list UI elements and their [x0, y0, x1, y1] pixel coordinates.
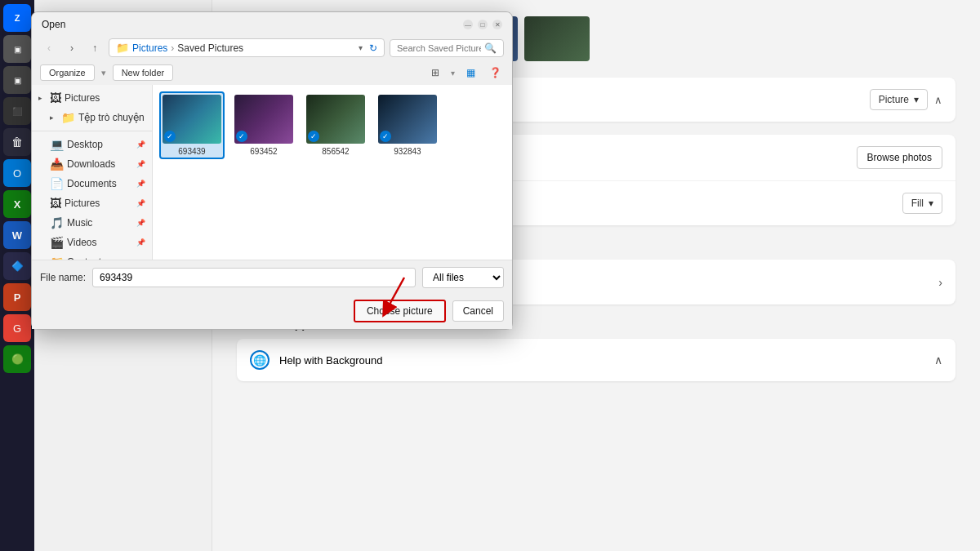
taskbar-icon-zalo[interactable]: Z — [3, 4, 31, 32]
tree-documents-label: Documents — [67, 178, 117, 189]
view-toggle-button[interactable]: ⊞ — [426, 64, 444, 82]
filename-label: File name: — [40, 272, 86, 283]
contrast-themes-chevron-icon: › — [938, 276, 942, 289]
open-file-dialog: Open — □ ✕ ‹ › ↑ 📁 Pictures › Saved Pict… — [31, 11, 513, 330]
choose-photo-value: Browse photos — [857, 146, 942, 169]
background-type-dropdown[interactable]: Picture ▾ — [870, 89, 928, 110]
choose-picture-button[interactable]: Choose picture — [354, 300, 446, 322]
close-button[interactable]: ✕ — [492, 20, 502, 29]
folder-icon: 📁 — [116, 42, 129, 54]
tree-documents-pin-icon: 📌 — [136, 180, 145, 188]
taskbar: Z ▣ ▣ ⬛ 🗑 O X W 🔷 P G 🟢 — [0, 0, 34, 551]
tree-pictures-icon: 🖼 — [50, 197, 61, 210]
path-dropdown-icon[interactable]: ▾ — [359, 43, 363, 52]
file-selected-badge-693439: ✓ — [164, 131, 176, 142]
tree-expand-arrow: ▸ — [38, 94, 47, 102]
tree-videos-label: Videos — [67, 237, 96, 248]
file-name-856542: 856542 — [322, 147, 349, 156]
dialog-titlebar: Open — □ ✕ — [32, 12, 512, 35]
search-bar: 🔍 — [390, 39, 504, 57]
taskbar-icon-app[interactable]: 🔷 — [3, 252, 31, 280]
tree-item-tep[interactable]: ▸ 📁 Tệp trò chuyện — [32, 108, 152, 127]
file-item-932843[interactable]: ✓ 932843 — [375, 91, 440, 159]
tree-tep-expand-arrow: ▸ — [50, 113, 58, 122]
taskbar-icon-outlook[interactable]: O — [3, 159, 31, 187]
dialog-bottombar: File name: All files Image files JPEG PN… — [32, 260, 512, 295]
tree-pictures-root-icon: 🖼 — [50, 91, 61, 104]
file-item-693452[interactable]: ✓ 693452 — [231, 91, 296, 159]
organize-button[interactable]: Organize — [40, 64, 95, 81]
taskbar-icon-unknown3[interactable]: ⬛ — [3, 97, 31, 125]
dialog-title: Open — [42, 19, 65, 30]
tree-videos-pin-icon: 📌 — [136, 238, 145, 247]
tree-downloads-icon: 📥 — [50, 158, 64, 171]
choose-fit-dropdown-value: Fill — [911, 198, 924, 209]
taskbar-icon-app2[interactable]: 🟢 — [3, 345, 31, 373]
help-background-row[interactable]: 🌐 Help with Background ∧ — [237, 339, 956, 381]
tree-item-downloads[interactable]: 📥 Downloads 📌 — [32, 154, 152, 174]
tree-item-music[interactable]: 🎵 Music 📌 — [32, 213, 152, 233]
new-folder-button[interactable]: New folder — [113, 64, 174, 81]
fit-dropdown-chevron-icon: ▾ — [929, 198, 933, 209]
dialog-body: ▸ 🖼 Pictures ▸ 📁 Tệp trò chuyện 💻 Deskto… — [32, 85, 512, 260]
tree-item-pictures-root[interactable]: ▸ 🖼 Pictures — [32, 88, 152, 108]
filename-input[interactable] — [92, 268, 416, 287]
back-button[interactable]: ‹ — [40, 39, 58, 57]
minimize-button[interactable]: — — [463, 20, 473, 29]
file-name-693452: 693452 — [250, 147, 277, 156]
background-section-chevron-icon: ∧ — [934, 94, 942, 106]
taskbar-icon-unknown1[interactable]: ▣ — [3, 35, 31, 63]
tree-downloads-label: Downloads — [67, 158, 115, 170]
browse-photos-button[interactable]: Browse photos — [857, 146, 942, 169]
file-thumb-693439: ✓ — [163, 95, 221, 144]
tree-pictures-pin-icon: 📌 — [136, 199, 145, 207]
related-support-section: 🌐 Help with Background ∧ — [237, 339, 956, 381]
taskbar-icon-recycle[interactable]: 🗑 — [3, 128, 31, 156]
file-name-932843: 932843 — [394, 147, 421, 156]
taskbar-icon-word[interactable]: W — [3, 221, 31, 249]
taskbar-icon-excel[interactable]: X — [3, 190, 31, 218]
taskbar-icon-powerpoint[interactable]: P — [3, 283, 31, 311]
taskbar-icon-chrome[interactable]: G — [3, 314, 31, 342]
wallpaper-thumb-5[interactable] — [524, 16, 590, 61]
tree-item-documents[interactable]: 📄 Documents 📌 — [32, 174, 152, 193]
dialog-files-area: ✓ 693439 ✓ 693452 ✓ 856542 — [153, 85, 512, 260]
dialog-toolbar: ‹ › ↑ 📁 Pictures › Saved Pictures ▾ ↻ 🔍 — [32, 35, 512, 60]
path-bar: 📁 Pictures › Saved Pictures ▾ ↻ — [109, 38, 385, 57]
tree-music-label: Music — [67, 217, 92, 229]
file-thumb-932843: ✓ — [378, 95, 437, 144]
maximize-button[interactable]: □ — [478, 20, 488, 29]
path-current: Saved Pictures — [177, 42, 243, 54]
tree-item-desktop[interactable]: 💻 Desktop 📌 — [32, 135, 152, 154]
cancel-button[interactable]: Cancel — [452, 300, 504, 322]
dropdown-chevron-icon: ▾ — [914, 94, 919, 105]
taskbar-icon-unknown2[interactable]: ▣ — [3, 66, 31, 94]
tree-videos-icon: 🎬 — [50, 236, 64, 249]
file-item-693439[interactable]: ✓ 693439 — [159, 91, 225, 159]
tree-music-icon: 🎵 — [50, 216, 64, 229]
titlebar-controls: — □ ✕ — [463, 20, 502, 29]
choose-fit-dropdown[interactable]: Fill ▾ — [902, 193, 942, 214]
file-item-856542[interactable]: ✓ 856542 — [303, 91, 368, 159]
tree-desktop-icon: 💻 — [50, 138, 64, 151]
tree-documents-icon: 📄 — [50, 177, 64, 190]
up-button[interactable]: ↑ — [86, 39, 104, 57]
view-details-button[interactable]: ▦ — [461, 64, 479, 82]
path-parent[interactable]: Pictures — [132, 42, 167, 54]
dialog-tree: ▸ 🖼 Pictures ▸ 📁 Tệp trò chuyện 💻 Deskto… — [32, 85, 153, 260]
forward-button[interactable]: › — [63, 39, 81, 57]
filetype-select[interactable]: All files Image files JPEG PNG — [422, 267, 504, 288]
path-separator: › — [171, 42, 174, 54]
file-selected-badge-856542: ✓ — [308, 131, 319, 142]
tree-music-pin-icon: 📌 — [136, 219, 145, 227]
tree-tep-icon: 📁 — [61, 111, 75, 124]
tree-downloads-pin-icon: 📌 — [136, 160, 145, 168]
tree-item-pictures[interactable]: 🖼 Pictures 📌 — [32, 193, 152, 213]
help-button[interactable]: ❓ — [486, 64, 504, 82]
search-icon: 🔍 — [484, 42, 497, 54]
refresh-button[interactable]: ↻ — [369, 42, 377, 54]
tree-item-content[interactable]: 📁 Content — [32, 252, 152, 260]
tree-item-videos[interactable]: 🎬 Videos 📌 — [32, 233, 152, 252]
file-selected-badge-693452: ✓ — [236, 131, 247, 142]
search-input[interactable] — [397, 43, 481, 53]
